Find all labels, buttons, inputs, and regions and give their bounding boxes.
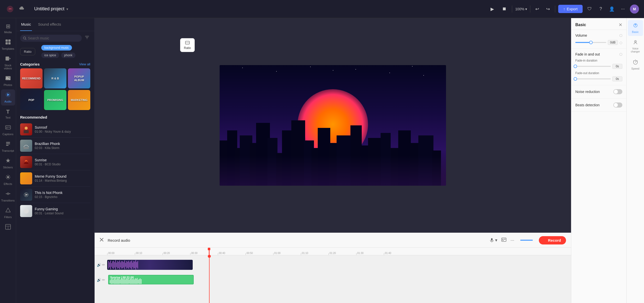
sidebar-item-text[interactable]: T Text (1, 106, 15, 122)
track-thumb-not-phonk (20, 189, 32, 201)
search-input[interactable] (28, 36, 79, 40)
tag-phonk[interactable]: phonk (61, 53, 75, 58)
sidebar-item-templates[interactable]: Templates (1, 37, 15, 53)
redo-button[interactable]: ↪ (544, 5, 552, 13)
ratio-chip[interactable]: Ratio (20, 48, 35, 55)
fr-tab-voice-changer[interactable]: Voice changer (628, 37, 643, 56)
sidebar-item-table[interactable] (1, 222, 15, 234)
video-clip[interactable] (107, 260, 193, 270)
zoom-control[interactable]: 100% ▾ (515, 7, 527, 11)
fr-tab-basic[interactable]: Basic (628, 20, 643, 36)
cat-popup-label: POPUPALBUM (74, 75, 84, 82)
record-button[interactable]: Record (539, 236, 566, 244)
tab-music[interactable]: Music (20, 18, 32, 31)
fade-in-slider[interactable] (575, 66, 611, 67)
category-popup[interactable]: POPUPALBUM › (68, 68, 90, 88)
svg-rect-26 (24, 147, 29, 149)
fade-out-slider[interactable] (575, 78, 611, 79)
music-item-sunroof[interactable]: Sunroof 01:00 · Nicky Youre & dazy (20, 121, 90, 138)
transitions-label: Transitions (1, 199, 15, 202)
sidebar-item-photos[interactable]: Photos (1, 73, 15, 89)
photos-label: Photos (4, 83, 12, 86)
caption-button[interactable] (501, 238, 506, 243)
ruler-tick-120: 01:20 (329, 252, 356, 255)
volume-slider-track[interactable] (575, 42, 606, 43)
view-all-button[interactable]: View all (79, 62, 90, 66)
category-promising[interactable]: PROMISING (44, 90, 66, 110)
person-button[interactable]: 👤 (608, 5, 616, 13)
edit-button-audio[interactable]: ✏ (102, 278, 105, 282)
stock-videos-icon (5, 56, 11, 63)
track-info-sunrise: Sunrise 00:31 · BCD Studio (35, 158, 90, 166)
category-rnb[interactable]: R & B (44, 68, 66, 88)
noise-reduction-toggle[interactable] (613, 89, 622, 94)
fade-in-value: 0s (612, 64, 622, 69)
svg-text:✂: ✂ (9, 7, 12, 11)
track-title-brazillian-phonk: Brazillian Phonk (35, 142, 90, 146)
music-item-funny-gaming[interactable]: 😸 Funny Gaming 00:31 · Lestari Sound (20, 203, 90, 219)
right-panel-close-button[interactable]: ✕ (619, 22, 622, 28)
svg-rect-39 (504, 239, 506, 239)
music-item-sunrise[interactable]: Sunrise 00:31 · BCD Studio (20, 154, 90, 170)
filter-button[interactable] (84, 34, 90, 42)
beats-detection-toggle[interactable] (613, 103, 622, 108)
edit-button-video[interactable]: ✏ (102, 263, 105, 267)
category-marketing[interactable]: MARKETING (68, 90, 90, 110)
tag-ice-spice[interactable]: ice spice (41, 53, 59, 58)
audio-clip-sunrise[interactable]: Sunrise | 00:31:00 (108, 275, 194, 284)
tab-sound-effects[interactable]: Sound effects (37, 18, 62, 31)
play-button[interactable]: ▶ (488, 5, 497, 14)
fr-tab-speed[interactable]: Speed (628, 57, 643, 73)
undo-button[interactable]: ↩ (533, 5, 541, 13)
sidebar-item-stock-videos[interactable]: Stock videos (1, 53, 15, 72)
far-right-tabs: Basic Voice changer Speed (626, 18, 644, 303)
sidebar-item-media[interactable]: ⊞ Media (1, 21, 15, 36)
topbar-controls: ▶ ⏹ 100% ▾ ↩ ↪ ↑ Export 🛡 ? 👤 ··· M (488, 5, 639, 14)
sidebar-item-effects[interactable]: Effects (1, 172, 15, 188)
sidebar-item-transcript[interactable]: Transcript (1, 139, 15, 155)
sidebar-item-stickers[interactable]: Stickers (1, 155, 15, 171)
volume-icon-video[interactable]: 🔊 (97, 263, 101, 267)
svg-rect-11 (6, 126, 11, 129)
sidebar-item-transitions[interactable]: Transitions (1, 188, 15, 205)
category-pop[interactable]: POP (20, 90, 43, 110)
sidebar-item-audio[interactable]: Audio (1, 89, 15, 106)
export-button[interactable]: ↑ Export (558, 5, 583, 13)
volume-label: Volume ⬡ (575, 33, 622, 37)
timeline-tracks: 🔊 ✏ (95, 255, 571, 287)
music-item-meme-funny[interactable]: 🎵 Meme Funny Sound 01:14 · Manhoa Bintan… (20, 170, 90, 187)
tags-row: background music ice spice phonk (41, 45, 90, 58)
track-row-video: 🔊 ✏ (95, 258, 571, 272)
cat-rnb-label: R & B (52, 77, 59, 80)
microphone-button[interactable]: ▾ (490, 237, 497, 243)
music-item-not-phonk[interactable]: This Is Not Phonk 02:15 · Bgnzinho (20, 187, 90, 203)
svg-text:🎵: 🎵 (24, 176, 30, 181)
ruler-tick-20: 00:20 (163, 252, 190, 255)
sidebar-item-filters[interactable]: Filters (1, 205, 15, 221)
volume-icon-audio[interactable]: 🔊 (97, 278, 101, 282)
beats-detection-section: Beats detection (571, 98, 626, 112)
record-close-button[interactable] (100, 238, 104, 243)
project-title-area[interactable]: Untitled project ▾ (34, 6, 68, 12)
volume-value: 0dB (608, 40, 618, 45)
fade-in-thumb[interactable] (574, 65, 577, 68)
avatar[interactable]: M (630, 5, 639, 14)
category-recommend[interactable]: RECOMMEND (20, 68, 43, 88)
fade-out-thumb[interactable] (574, 77, 577, 81)
topbar: ✂ Untitled project ▾ ▶ ⏹ 100% ▾ ↩ ↪ ↑ Ex… (0, 0, 644, 18)
fade-toggle-icon[interactable]: ⬡ (619, 52, 622, 56)
track-title-sunroof: Sunroof (35, 125, 90, 129)
shield-button[interactable]: 🛡 (586, 5, 594, 13)
volume-slider-thumb[interactable] (589, 41, 593, 44)
right-panel-title: Basic (575, 23, 586, 27)
stop-button[interactable]: ⏹ (500, 5, 509, 14)
help-button[interactable]: ? (597, 5, 605, 13)
tag-background-music[interactable]: background music (41, 45, 72, 51)
more-options-button[interactable]: ··· (510, 238, 514, 243)
photos-icon (5, 75, 11, 82)
ratio-button[interactable]: Ratio (180, 38, 195, 52)
music-item-brazillian-phonk[interactable]: Brazillian Phonk 02:03 · Killa Storm (20, 138, 90, 154)
track-lane-audio: Sunrise | 00:31:00 (107, 274, 571, 286)
more-button[interactable]: ··· (619, 5, 627, 13)
sidebar-item-captions[interactable]: Captions (1, 122, 15, 138)
